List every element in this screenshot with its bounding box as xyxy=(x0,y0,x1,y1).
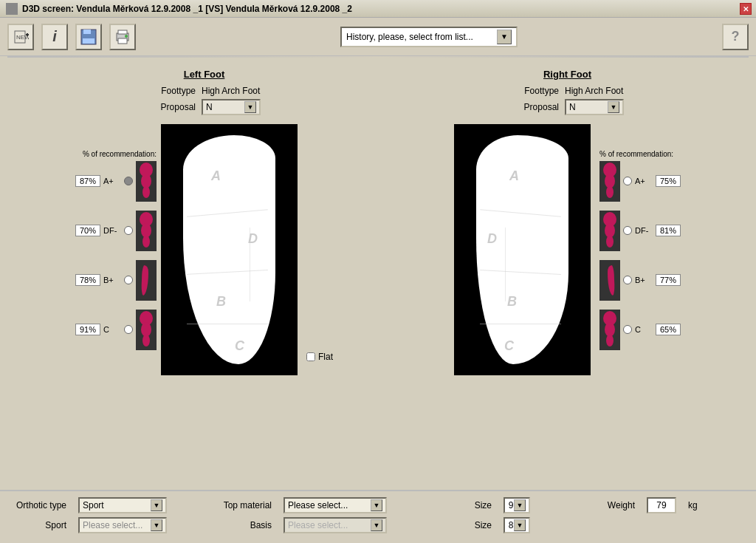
info-button[interactable]: i xyxy=(41,24,68,50)
right-label-bplus: B+ xyxy=(635,276,653,284)
svg-rect-5 xyxy=(83,30,91,34)
app-icon xyxy=(6,3,18,15)
right-proposal-arrow[interactable]: ▼ xyxy=(608,101,619,113)
basis-dropdown[interactable]: Please select... ▼ xyxy=(284,517,387,533)
right-foot-canvas: A D B C xyxy=(454,124,591,375)
weight-unit: kg xyxy=(688,500,698,510)
right-foottype-row: Foottype High Arch Foot xyxy=(511,86,623,96)
help-button[interactable]: ? xyxy=(722,24,749,50)
size1-input[interactable]: 9 ▼ xyxy=(504,497,530,513)
right-radio-c[interactable] xyxy=(623,325,632,334)
history-label: History, please, select from list... xyxy=(346,32,497,42)
history-arrow[interactable]: ▼ xyxy=(497,30,512,44)
weight-label: Weight xyxy=(583,500,635,510)
left-rec-bplus: 78% B+ xyxy=(75,260,157,301)
right-foot-title: Right Foot xyxy=(543,69,591,80)
left-radio-bplus[interactable] xyxy=(124,276,133,284)
main-content: Left Foot Foottype High Arch Foot Propos… xyxy=(0,58,756,383)
right-zone-line3 xyxy=(480,324,561,324)
left-recs: % of recommendation: 87% A+ xyxy=(75,150,157,350)
right-radio-bplus[interactable] xyxy=(623,276,632,284)
right-label-dfminus: DF- xyxy=(635,226,653,235)
top-material-dropdown[interactable]: Please select... ▼ xyxy=(284,497,387,513)
right-zone-a: A xyxy=(509,168,519,184)
right-label-aplus: A+ xyxy=(635,177,653,185)
right-visual-row: A D B C % of recommendation: xyxy=(454,124,681,375)
left-label-aplus: A+ xyxy=(103,177,121,185)
right-thumb-bplus xyxy=(599,260,620,301)
size2-input[interactable]: 8 ▼ xyxy=(504,517,530,533)
svg-rect-9 xyxy=(118,38,127,44)
close-button[interactable]: ✕ xyxy=(740,3,752,15)
right-proposal-value: N xyxy=(569,102,608,112)
left-proposal-label: Proposal xyxy=(148,102,196,112)
history-dropdown[interactable]: History, please, select from list... ▼ xyxy=(340,27,518,47)
right-foottype-value: High Arch Foot xyxy=(565,86,623,96)
left-zone-line3 xyxy=(187,324,268,324)
right-pct-dfminus: 81% xyxy=(656,225,681,236)
left-proposal-arrow[interactable]: ▼ xyxy=(244,101,256,113)
top-material-value: Please select... xyxy=(288,500,371,510)
right-proposal-label: Proposal xyxy=(511,102,559,112)
left-rec-aplus: 87% A+ xyxy=(75,161,157,202)
basis-label: Basis xyxy=(220,520,272,530)
orthotic-type-dropdown[interactable]: Sport ▼ xyxy=(78,497,167,513)
sport-arrow[interactable]: ▼ xyxy=(151,519,162,531)
save-button[interactable] xyxy=(75,24,102,50)
size2-value: 8 xyxy=(508,520,514,530)
bottom-section: Orthotic type Sport ▼ Top material Pleas… xyxy=(0,490,756,543)
right-pct-c: 65% xyxy=(656,324,681,335)
size1-label: Size xyxy=(440,500,492,510)
basis-arrow[interactable]: ▼ xyxy=(371,519,382,531)
top-material-arrow[interactable]: ▼ xyxy=(371,499,382,511)
left-proposal-value: N xyxy=(206,102,244,112)
left-proposal-dropdown[interactable]: N ▼ xyxy=(202,99,261,115)
size2-arrow[interactable]: ▼ xyxy=(514,519,526,531)
right-proposal-dropdown[interactable]: N ▼ xyxy=(565,99,624,115)
right-radio-aplus[interactable] xyxy=(623,177,632,185)
size1-arrow[interactable]: ▼ xyxy=(514,499,526,511)
left-flat-checkbox[interactable] xyxy=(306,352,315,361)
left-pct-bplus: 78% xyxy=(75,274,100,286)
right-foottype-label: Foottype xyxy=(511,86,559,96)
orthotic-type-arrow[interactable]: ▼ xyxy=(151,499,162,511)
new-button[interactable]: NEW xyxy=(7,24,34,50)
left-radio-aplus[interactable] xyxy=(124,177,133,185)
svg-point-28 xyxy=(606,335,614,346)
left-radio-c[interactable] xyxy=(124,325,133,334)
left-pct-dfminus: 70% xyxy=(75,225,100,236)
left-rec-c: 91% C xyxy=(75,310,157,350)
left-arch-line xyxy=(250,228,294,301)
orthotic-type-label: Orthotic type xyxy=(15,500,66,510)
left-label-bplus: B+ xyxy=(103,276,121,284)
left-radio-dfminus[interactable] xyxy=(124,226,133,235)
right-label-c: C xyxy=(635,325,653,334)
left-rec-section-label: % of recommendation: xyxy=(83,150,157,158)
size2-label: Size xyxy=(440,520,492,530)
right-zone-b: B xyxy=(507,294,517,310)
right-proposal-row: Proposal N ▼ xyxy=(511,99,624,115)
left-thumb-aplus xyxy=(136,161,157,202)
left-foottype-value: High Arch Foot xyxy=(202,86,260,96)
right-pct-aplus: 75% xyxy=(656,175,681,187)
left-foot-info: Foottype High Arch Foot Proposal N ▼ xyxy=(148,86,261,118)
left-foot-title: Left Foot xyxy=(184,69,225,80)
window-title: D3D screen: Vendula Měrková 12.9.2008 _1… xyxy=(22,4,352,14)
sport-value: Please select... xyxy=(83,520,151,530)
left-pct-aplus: 87% xyxy=(75,175,100,187)
right-radio-dfminus[interactable] xyxy=(623,226,632,235)
left-zone-b: B xyxy=(216,294,226,310)
left-flat-label: Flat xyxy=(318,352,333,362)
print-button[interactable] xyxy=(109,24,136,50)
svg-point-22 xyxy=(606,186,614,198)
right-thumb-c xyxy=(599,310,620,350)
weight-input[interactable] xyxy=(647,497,676,513)
sport-dropdown[interactable]: Please select... ▼ xyxy=(78,517,167,533)
feet-section: Left Foot Foottype High Arch Foot Propos… xyxy=(15,69,741,375)
svg-point-16 xyxy=(142,236,150,247)
orthotic-type-value: Sport xyxy=(83,500,151,510)
svg-point-10 xyxy=(125,35,128,38)
right-rec-bplus: B+ 77% xyxy=(599,260,681,301)
right-rec-dfminus: DF- 81% xyxy=(599,211,681,251)
left-zone-a: A xyxy=(211,168,221,184)
